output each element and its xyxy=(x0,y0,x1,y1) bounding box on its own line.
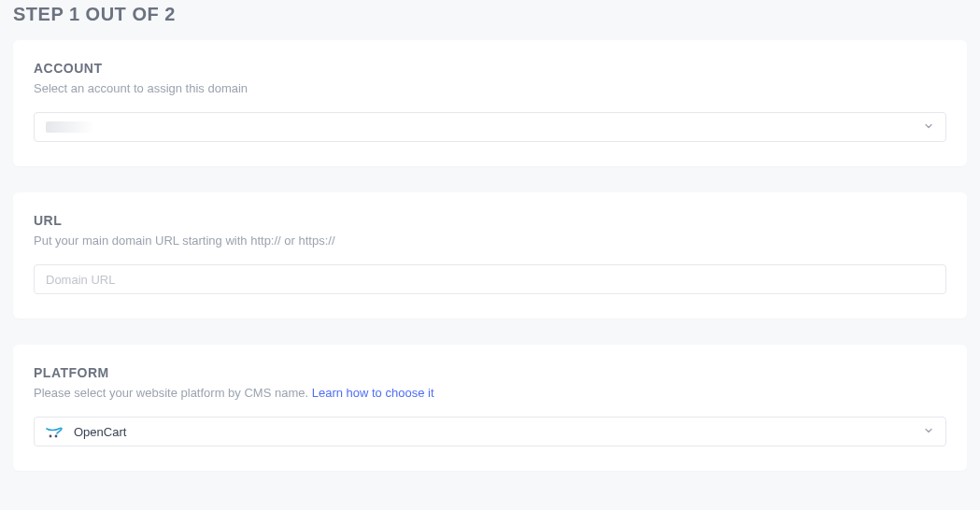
platform-subtext-prefix: Please select your website platform by C… xyxy=(34,386,312,400)
url-subtext: Put your main domain URL starting with h… xyxy=(34,234,946,248)
platform-card: PLATFORM Please select your website plat… xyxy=(13,345,967,471)
platform-heading: PLATFORM xyxy=(34,365,946,380)
account-select[interactable] xyxy=(34,112,946,142)
page-title: STEP 1 OUT OF 2 xyxy=(13,0,967,40)
url-card: URL Put your main domain URL starting wi… xyxy=(13,192,967,319)
svg-point-0 xyxy=(50,435,52,438)
account-subtext: Select an account to assign this domain xyxy=(34,81,946,95)
svg-point-1 xyxy=(55,435,58,438)
domain-url-input[interactable] xyxy=(34,264,946,294)
chevron-down-icon xyxy=(923,119,934,135)
platform-subtext: Please select your website platform by C… xyxy=(34,386,946,400)
learn-how-link[interactable]: Learn how to choose it xyxy=(312,386,434,400)
account-card: ACCOUNT Select an account to assign this… xyxy=(13,40,967,166)
opencart-icon xyxy=(46,425,64,438)
account-heading: ACCOUNT xyxy=(34,61,946,76)
chevron-down-icon xyxy=(923,423,934,440)
account-select-value xyxy=(46,121,94,133)
url-heading: URL xyxy=(34,213,946,228)
platform-select-value: OpenCart xyxy=(74,425,126,439)
platform-select[interactable]: OpenCart xyxy=(34,417,946,446)
